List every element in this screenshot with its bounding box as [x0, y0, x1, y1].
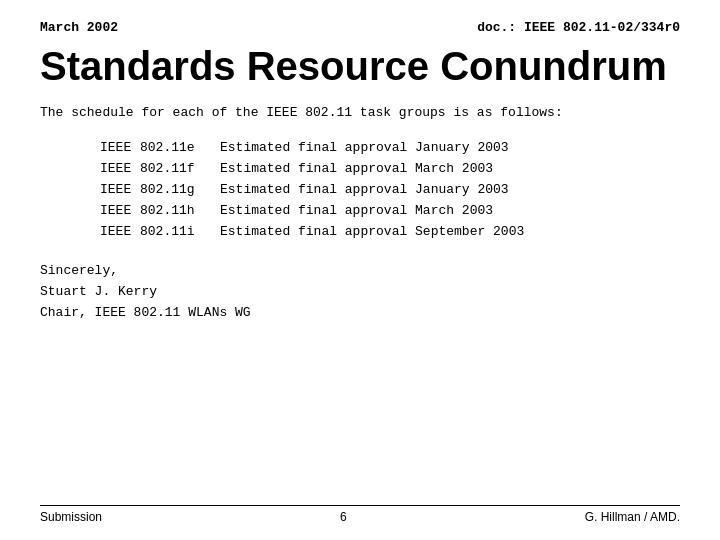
item-standard: 802.11i: [140, 224, 220, 239]
page: March 2002 doc.: IEEE 802.11-02/334r0 St…: [0, 0, 720, 540]
footer-submission: Submission: [40, 510, 102, 524]
page-title: Standards Resource Conundrum: [40, 43, 680, 89]
item-ieee: IEEE: [100, 140, 140, 155]
footer-page: 6: [340, 510, 347, 524]
item-standard: 802.11f: [140, 161, 220, 176]
sincerely: Sincerely,: [40, 263, 680, 278]
item-standard: 802.11e: [140, 140, 220, 155]
footer-author: G. Hillman / AMD.: [585, 510, 680, 524]
item-ieee: IEEE: [100, 203, 140, 218]
footer: Submission 6 G. Hillman / AMD.: [40, 505, 680, 524]
item-desc: Estimated final approval September 2003: [220, 224, 680, 239]
item-desc: Estimated final approval March 2003: [220, 203, 680, 218]
table-row: IEEE802.11iEstimated final approval Sept…: [100, 224, 680, 239]
items-table: IEEE802.11eEstimated final approval Janu…: [100, 140, 680, 239]
header-date: March 2002: [40, 20, 118, 35]
table-row: IEEE802.11gEstimated final approval Janu…: [100, 182, 680, 197]
item-standard: 802.11h: [140, 203, 220, 218]
item-ieee: IEEE: [100, 224, 140, 239]
table-row: IEEE802.11hEstimated final approval Marc…: [100, 203, 680, 218]
item-ieee: IEEE: [100, 161, 140, 176]
schedule-text: The schedule for each of the IEEE 802.11…: [40, 105, 680, 120]
item-ieee: IEEE: [100, 182, 140, 197]
table-row: IEEE802.11eEstimated final approval Janu…: [100, 140, 680, 155]
table-row: IEEE802.11fEstimated final approval Marc…: [100, 161, 680, 176]
item-desc: Estimated final approval March 2003: [220, 161, 680, 176]
item-desc: Estimated final approval January 2003: [220, 140, 680, 155]
item-standard: 802.11g: [140, 182, 220, 197]
header-doc: doc.: IEEE 802.11-02/334r0: [477, 20, 680, 35]
author-role: Chair, IEEE 802.11 WLANs WG: [40, 305, 680, 320]
header: March 2002 doc.: IEEE 802.11-02/334r0: [40, 20, 680, 35]
item-desc: Estimated final approval January 2003: [220, 182, 680, 197]
author-name: Stuart J. Kerry: [40, 284, 680, 299]
